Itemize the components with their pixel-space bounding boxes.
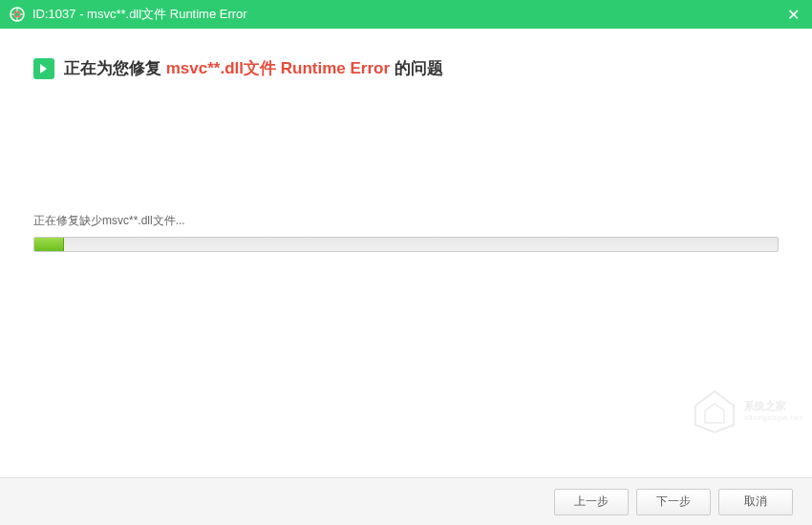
progress-bar: [33, 237, 779, 252]
arrow-right-icon: [33, 58, 54, 79]
footer: 上一步 下一步 取消: [0, 477, 812, 525]
next-button[interactable]: 下一步: [636, 489, 711, 515]
watermark: 系统之家 xitongzhijia.net: [691, 387, 802, 434]
svg-point-1: [14, 11, 20, 17]
prev-button[interactable]: 上一步: [554, 489, 629, 515]
app-icon: [10, 7, 25, 22]
app-window: ID:1037 - msvc**.dll文件 Runtime Error ✕ 正…: [0, 0, 812, 525]
progress-label: 正在修复缺少msvc**.dll文件...: [33, 213, 779, 229]
titlebar[interactable]: ID:1037 - msvc**.dll文件 Runtime Error ✕: [0, 0, 812, 29]
heading-suffix: 的问题: [390, 59, 443, 77]
progress-fill: [34, 238, 64, 251]
watermark-logo-icon: [691, 387, 738, 434]
heading-row: 正在为您修复 msvc**.dll文件 Runtime Error 的问题: [33, 57, 779, 79]
watermark-name: 系统之家: [744, 399, 802, 413]
heading-highlight: msvc**.dll文件 Runtime Error: [166, 59, 390, 77]
heading-prefix: 正在为您修复: [64, 59, 166, 77]
window-title: ID:1037 - msvc**.dll文件 Runtime Error: [32, 6, 247, 23]
watermark-sub: xitongzhijia.net: [744, 413, 802, 422]
progress-section: 正在修复缺少msvc**.dll文件...: [33, 213, 779, 252]
content-area: 正在为您修复 msvc**.dll文件 Runtime Error 的问题 正在…: [0, 29, 812, 477]
page-title: 正在为您修复 msvc**.dll文件 Runtime Error 的问题: [64, 57, 443, 79]
cancel-button[interactable]: 取消: [718, 489, 793, 515]
close-icon[interactable]: ✕: [783, 5, 802, 24]
